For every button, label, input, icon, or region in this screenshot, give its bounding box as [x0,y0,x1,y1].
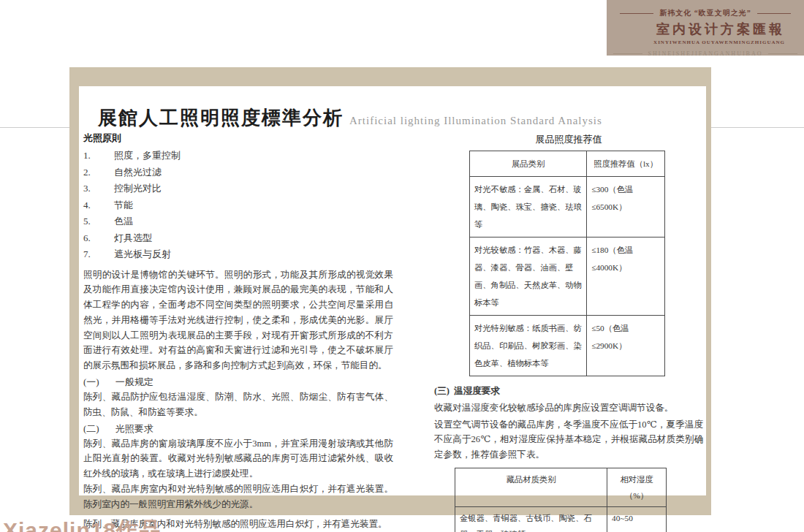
section-2-text-1: 陈列、藏品库房的窗扇玻璃厚度不应小于3mm，并宜采用漫射玻璃或其他防止阳光直射的… [83,436,393,482]
list-item-text: 节能 [114,197,133,214]
content-columns: 光照原則 1.照度，多重控制 2.自然光过滤 3.控制光对比 4.节能 5.色温… [83,132,703,494]
page-title-en: Artificial lighting Illumination Standar… [349,115,602,126]
list-item-number: 2. [83,164,114,181]
principles-heading: 光照原則 [83,132,393,145]
list-item-number: 1. [83,148,114,164]
brand-pinyin: XINYIWENHUA OUYAWENMINGZHIGUANG [607,39,804,45]
section-2-text-2: 陈列、藏品库房室内和对光特别敏感的照明应选用白炽灯，并有遮光装置。陈列室内的一般… [83,482,393,512]
table-cell: 40~50 [607,507,667,532]
list-item-text: 照度，多重控制 [114,148,181,164]
list-item-number: 6. [83,230,114,247]
list-item-text: 色温 [114,213,133,230]
section-1-heading: (一)一般规定 [83,374,393,390]
table-row: 金银器、青铜器、古钱币、陶瓷、石器、玉器、玻璃等 40~50 [455,507,667,532]
list-item: 1.照度，多重控制 [83,148,393,164]
principles-list: 1.照度，多重控制 2.自然光过滤 3.控制光对比 4.节能 5.色温 6.灯具… [83,148,393,263]
table-row: 对光较敏感：竹器、木器、藤器、漆器、骨器、油画、壁画、角制品、天然皮革、动物标本… [470,238,665,316]
table-cell: 对光较敏感：竹器、木器、藤器、漆器、骨器、油画、壁画、角制品、天然皮革、动物标本… [470,238,587,316]
column-header: 藏品材质类别 [455,468,607,507]
author-watermark: Xiazelin18作品 [3,516,162,532]
intro-paragraph: 照明的设计是博物馆的关键环节。照明的形式，功能及其所形成的视觉效果及功能作用直接… [83,267,393,374]
column-header: 展品类别 [470,151,587,177]
list-item-text: 遮光板与反射 [114,246,171,263]
section-3-label: (三) [434,386,450,396]
list-item-number: 4. [83,197,114,214]
list-item-number: 3. [83,180,114,197]
section-3-text-1: 收藏对温湿度变化较敏感珍品的库房应设置空调调节设备。 [434,400,703,416]
list-item-text: 自然光过滤 [114,164,162,181]
table-header-row: 展品类别 照度推荐值（lx） [470,151,665,177]
table-cell: 对光特别敏感：纸质书画、纺织品、印刷品、树胶彩画、染色皮革、植物标本等 [470,316,587,376]
table-cell: 对光不敏感：金属、石材、玻璃、陶瓷、珠宝、搪瓷、珐琅等 [470,177,587,238]
report-title: 室内设计方案匯報 [607,20,804,38]
list-item: 5.色温 [83,213,393,230]
section-2-label: (二) [83,423,99,434]
section-3-text-2: 设置空气调节设备的藏品库房，冬季温度不应低于10℃，夏季温度不应高于26℃，相对… [434,417,703,463]
section-2-title: 光照要求 [115,423,153,434]
brand-header-box: 新祎文化 “欧亚文明之光” 室内设计方案匯報 XINYIWENHUA OUYAW… [607,0,804,56]
slide-frame: 展館人工照明照度標準分析Artificial lighting Illumina… [69,67,711,515]
list-item: 6.灯具选型 [83,230,393,247]
section-1-title: 一般规定 [115,376,153,387]
column-header: 相对湿度（%） [607,468,667,507]
list-item-text: 灯具选型 [114,230,152,247]
list-item: 7.遮光板与反射 [83,246,393,263]
table-cell: ≤300（色温≤6500K） [587,177,665,238]
report-pinyin: SHINEISHEJIFANGANHUIBAO [607,50,804,57]
left-column: 光照原則 1.照度，多重控制 2.自然光过滤 3.控制光对比 4.节能 5.色温… [83,132,393,494]
section-3-heading: (三)温湿度要求 [434,385,703,398]
list-item-text: 控制光对比 [114,180,162,197]
humidity-table: 藏品材质类别 相对湿度（%） 金银器、青铜器、古钱币、陶瓷、石器、玉器、玻璃等 … [455,468,667,532]
section-2-heading: (二)光照要求 [83,421,393,436]
brand-tagline: 新祎文化 “欧亚文明之光” [607,8,804,18]
slide-page: 展館人工照明照度標準分析Artificial lighting Illumina… [79,86,706,495]
section-1-text: 陈列、藏品防护应包括温湿度、防潮、防水、光照、防烟尘、防有害气体、防虫、防鼠、和… [83,390,393,420]
page-title-cn: 展館人工照明照度標準分析 [98,107,344,129]
page-title: 展館人工照明照度標準分析Artificial lighting Illumina… [98,105,602,131]
section-1-label: (一) [83,376,99,387]
list-item-number: 7. [83,246,114,263]
list-item: 2.自然光过滤 [83,164,393,181]
right-column: 展品照度推荐值 展品类别 照度推荐值（lx） 对光不敏感：金属、石材、玻璃、陶瓷… [393,132,703,494]
column-header: 照度推荐值（lx） [587,151,665,177]
section-3-title: 温湿度要求 [454,386,500,396]
table-cell: 金银器、青铜器、古钱币、陶瓷、石器、玉器、玻璃等 [455,507,607,532]
illuminance-table: 展品类别 照度推荐值（lx） 对光不敏感：金属、石材、玻璃、陶瓷、珠宝、搪瓷、珐… [469,151,665,376]
table-cell: ≤180（色温≤4000K） [587,238,665,316]
list-item: 4.节能 [83,197,393,214]
table-header-row: 藏品材质类别 相对湿度（%） [455,468,667,507]
list-item-number: 5. [83,213,114,230]
illuminance-table-title: 展品照度推荐值 [434,133,703,146]
table-row: 对光不敏感：金属、石材、玻璃、陶瓷、珠宝、搪瓷、珐琅等 ≤300（色温≤6500… [470,177,665,238]
table-cell: ≤50（色温≤2900K） [587,316,665,376]
table-row: 对光特别敏感：纸质书画、纺织品、印刷品、树胶彩画、染色皮革、植物标本等 ≤50（… [470,316,665,376]
list-item: 3.控制光对比 [83,180,393,197]
